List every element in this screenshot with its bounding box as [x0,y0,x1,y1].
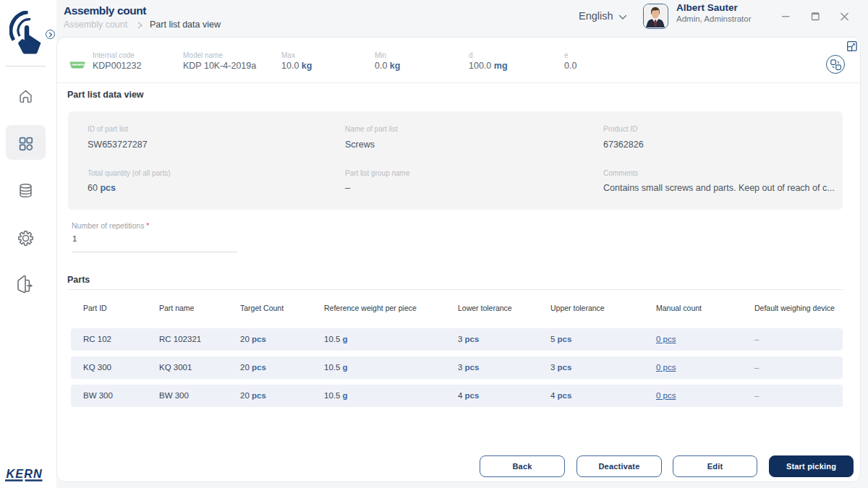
svg-text:KERN: KERN [7,467,43,480]
